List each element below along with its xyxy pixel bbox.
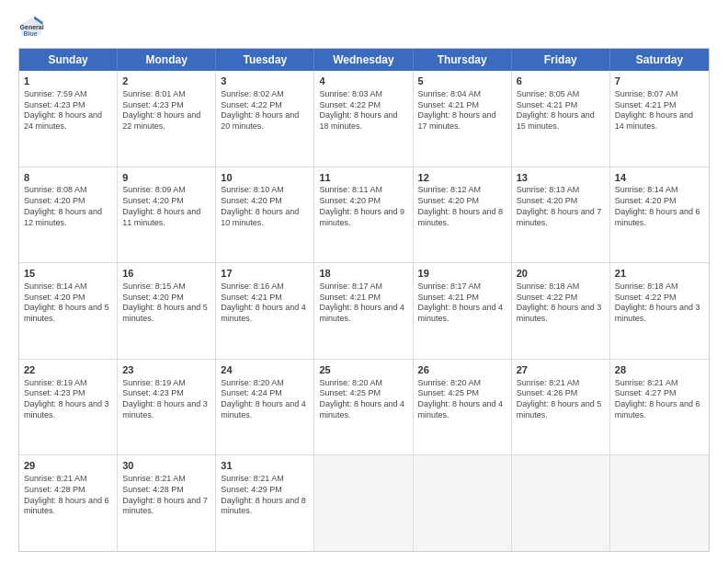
day-info: Sunrise: 8:11 AM Sunset: 4:20 PM Dayligh… [319,185,407,228]
day-number: 12 [418,171,506,185]
calendar-cell: 4Sunrise: 8:03 AM Sunset: 4:22 PM Daylig… [314,71,413,167]
calendar-week-row: 22Sunrise: 8:19 AM Sunset: 4:23 PM Dayli… [19,359,709,455]
day-info: Sunrise: 8:16 AM Sunset: 4:21 PM Dayligh… [221,282,309,325]
day-number: 29 [24,459,112,473]
calendar-cell: 20Sunrise: 8:18 AM Sunset: 4:22 PM Dayli… [512,263,610,359]
calendar-cell: 14Sunrise: 8:14 AM Sunset: 4:20 PM Dayli… [610,167,709,263]
day-number: 26 [418,363,506,377]
calendar-cell: 30Sunrise: 8:21 AM Sunset: 4:28 PM Dayli… [118,455,216,551]
calendar-cell: 21Sunrise: 8:18 AM Sunset: 4:22 PM Dayli… [610,263,709,359]
day-info: Sunrise: 8:17 AM Sunset: 4:21 PM Dayligh… [418,282,506,325]
day-number: 27 [517,363,605,377]
calendar-cell: 10Sunrise: 8:10 AM Sunset: 4:20 PM Dayli… [216,167,314,263]
day-info: Sunrise: 8:17 AM Sunset: 4:21 PM Dayligh… [319,282,407,325]
svg-text:General: General [20,24,44,30]
calendar-cell: 8Sunrise: 8:08 AM Sunset: 4:20 PM Daylig… [19,167,118,263]
day-info: Sunrise: 8:14 AM Sunset: 4:20 PM Dayligh… [615,185,704,228]
day-number: 20 [517,267,605,281]
day-info: Sunrise: 8:21 AM Sunset: 4:29 PM Dayligh… [221,474,309,517]
calendar-cell: 22Sunrise: 8:19 AM Sunset: 4:23 PM Dayli… [19,360,118,455]
day-info: Sunrise: 8:07 AM Sunset: 4:21 PM Dayligh… [615,89,704,132]
calendar-cell: 26Sunrise: 8:20 AM Sunset: 4:25 PM Dayli… [414,360,512,455]
day-info: Sunrise: 8:03 AM Sunset: 4:22 PM Dayligh… [319,89,407,132]
svg-text:Blue: Blue [23,30,37,37]
calendar-header-day: Friday [512,49,610,71]
calendar-week-row: 1Sunrise: 7:59 AM Sunset: 4:23 PM Daylig… [19,71,709,167]
calendar-week-row: 15Sunrise: 8:14 AM Sunset: 4:20 PM Dayli… [19,262,709,359]
calendar-cell: 27Sunrise: 8:21 AM Sunset: 4:26 PM Dayli… [512,360,610,455]
calendar-cell: 7Sunrise: 8:07 AM Sunset: 4:21 PM Daylig… [610,71,709,167]
calendar-cell: 28Sunrise: 8:21 AM Sunset: 4:27 PM Dayli… [610,360,709,455]
calendar-cell [512,455,610,551]
day-info: Sunrise: 8:21 AM Sunset: 4:26 PM Dayligh… [517,378,605,421]
calendar-header-day: Tuesday [216,49,314,71]
calendar-cell: 12Sunrise: 8:12 AM Sunset: 4:20 PM Dayli… [414,167,512,263]
calendar-header-day: Wednesday [314,49,413,71]
day-info: Sunrise: 8:12 AM Sunset: 4:20 PM Dayligh… [418,185,506,228]
calendar-cell: 31Sunrise: 8:21 AM Sunset: 4:29 PM Dayli… [216,455,314,551]
day-number: 28 [615,363,704,377]
day-number: 21 [615,267,704,281]
calendar-header-day: Monday [118,49,216,71]
day-info: Sunrise: 8:20 AM Sunset: 4:25 PM Dayligh… [418,378,506,421]
day-info: Sunrise: 8:14 AM Sunset: 4:20 PM Dayligh… [24,282,112,325]
calendar-cell: 9Sunrise: 8:09 AM Sunset: 4:20 PM Daylig… [118,167,216,263]
calendar: SundayMondayTuesdayWednesdayThursdayFrid… [18,48,710,552]
day-number: 18 [319,267,407,281]
day-number: 15 [24,267,112,281]
day-info: Sunrise: 8:19 AM Sunset: 4:23 PM Dayligh… [24,378,112,421]
calendar-cell: 19Sunrise: 8:17 AM Sunset: 4:21 PM Dayli… [414,263,512,359]
day-number: 3 [221,75,309,88]
day-number: 30 [122,459,210,473]
calendar-cell: 2Sunrise: 8:01 AM Sunset: 4:23 PM Daylig… [118,71,216,167]
calendar-week-row: 8Sunrise: 8:08 AM Sunset: 4:20 PM Daylig… [19,167,709,263]
day-number: 13 [517,171,605,185]
day-number: 17 [221,267,309,281]
calendar-cell [610,455,709,551]
day-number: 11 [319,171,407,185]
day-number: 6 [517,75,605,88]
day-number: 7 [615,75,704,88]
day-number: 9 [122,171,210,185]
day-info: Sunrise: 8:10 AM Sunset: 4:20 PM Dayligh… [221,185,309,228]
day-info: Sunrise: 8:09 AM Sunset: 4:20 PM Dayligh… [122,185,210,228]
calendar-week-row: 29Sunrise: 8:21 AM Sunset: 4:28 PM Dayli… [19,454,709,551]
calendar-cell [314,455,413,551]
calendar-cell: 29Sunrise: 8:21 AM Sunset: 4:28 PM Dayli… [19,455,118,551]
calendar-cell [414,455,512,551]
day-info: Sunrise: 8:18 AM Sunset: 4:22 PM Dayligh… [615,282,704,325]
day-number: 5 [418,75,506,88]
day-info: Sunrise: 8:01 AM Sunset: 4:23 PM Dayligh… [122,89,210,132]
calendar-header-day: Thursday [414,49,512,71]
day-info: Sunrise: 8:02 AM Sunset: 4:22 PM Dayligh… [221,89,309,132]
day-number: 2 [122,75,210,88]
day-number: 10 [221,171,309,185]
day-info: Sunrise: 8:04 AM Sunset: 4:21 PM Dayligh… [418,89,506,132]
day-info: Sunrise: 8:13 AM Sunset: 4:20 PM Dayligh… [517,185,605,228]
day-info: Sunrise: 8:19 AM Sunset: 4:23 PM Dayligh… [122,378,210,421]
calendar-cell: 5Sunrise: 8:04 AM Sunset: 4:21 PM Daylig… [414,71,512,167]
day-number: 24 [221,363,309,377]
day-info: Sunrise: 8:20 AM Sunset: 4:25 PM Dayligh… [319,378,407,421]
day-info: Sunrise: 8:15 AM Sunset: 4:20 PM Dayligh… [122,282,210,325]
calendar-cell: 25Sunrise: 8:20 AM Sunset: 4:25 PM Dayli… [314,360,413,455]
calendar-cell: 11Sunrise: 8:11 AM Sunset: 4:20 PM Dayli… [314,167,413,263]
calendar-cell: 15Sunrise: 8:14 AM Sunset: 4:20 PM Dayli… [19,263,118,359]
calendar-cell: 24Sunrise: 8:20 AM Sunset: 4:24 PM Dayli… [216,360,314,455]
calendar-cell: 17Sunrise: 8:16 AM Sunset: 4:21 PM Dayli… [216,263,314,359]
day-info: Sunrise: 8:08 AM Sunset: 4:20 PM Dayligh… [24,185,112,228]
day-number: 25 [319,363,407,377]
day-number: 8 [24,171,112,185]
page: General Blue SundayMondayTuesdayWednesda… [0,0,728,563]
calendar-body: 1Sunrise: 7:59 AM Sunset: 4:23 PM Daylig… [19,71,709,551]
day-info: Sunrise: 8:18 AM Sunset: 4:22 PM Dayligh… [517,282,605,325]
logo: General Blue [18,15,44,40]
day-number: 4 [319,75,407,88]
calendar-cell: 18Sunrise: 8:17 AM Sunset: 4:21 PM Dayli… [314,263,413,359]
day-info: Sunrise: 8:21 AM Sunset: 4:28 PM Dayligh… [24,474,112,517]
day-number: 1 [24,75,112,88]
calendar-cell: 6Sunrise: 8:05 AM Sunset: 4:21 PM Daylig… [512,71,610,167]
day-number: 23 [122,363,210,377]
day-info: Sunrise: 8:20 AM Sunset: 4:24 PM Dayligh… [221,378,309,421]
calendar-header: SundayMondayTuesdayWednesdayThursdayFrid… [19,49,709,71]
